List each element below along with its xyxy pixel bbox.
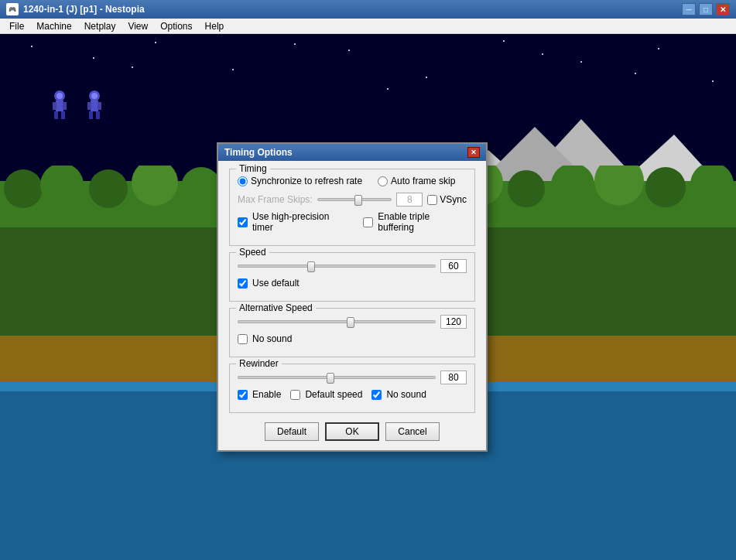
title-controls: ─ □ ✕ [682, 3, 730, 15]
svg-point-19 [645, 167, 686, 207]
maximize-button[interactable]: □ [699, 3, 713, 15]
sync-radio-label: Synchronize to refresh rate [251, 176, 362, 186]
svg-point-9 [181, 167, 221, 207]
rewinder-nosound-label: No sound [386, 389, 426, 400]
svg-rect-34 [96, 111, 100, 119]
default-label: Use default [252, 278, 300, 289]
speed-slider-thumb[interactable] [307, 261, 315, 272]
menu-bar: File Machine Netplay View Options Help [0, 19, 736, 34]
alt-speed-group: Alternative Speed No sound [229, 308, 475, 357]
menu-options[interactable]: Options [154, 19, 198, 33]
svg-rect-26 [54, 111, 58, 119]
speed-slider-track [238, 265, 436, 268]
menu-help[interactable]: Help [199, 19, 231, 33]
rewinder-slider-track [238, 376, 436, 379]
alt-nosound-checkbox[interactable] [238, 334, 248, 344]
menu-machine[interactable]: Machine [30, 19, 77, 33]
triple-buffer-checkbox[interactable] [363, 217, 373, 227]
minimize-button[interactable]: ─ [682, 3, 696, 15]
timing-options-dialog: Timing Options ✕ Timing Synchronize to r… [217, 142, 488, 452]
rewinder-slider-thumb[interactable] [327, 373, 334, 384]
precision-label: Use high-precision timer [252, 211, 351, 233]
speed-group-label: Speed [236, 247, 269, 258]
dialog-titlebar: Timing Options ✕ [218, 144, 486, 161]
svg-point-7 [89, 169, 128, 208]
frameskip-value-input[interactable] [396, 193, 423, 207]
menu-view[interactable]: View [122, 19, 154, 33]
dialog-button-row: Default OK Cancel [229, 422, 475, 441]
svg-point-22 [56, 93, 63, 99]
alt-speed-slider-row [238, 315, 467, 329]
dialog-title: Timing Options [224, 147, 293, 158]
rewinder-checkboxes-row: Enable Default speed No sound [238, 389, 467, 405]
rewinder-value-input[interactable] [440, 370, 467, 384]
alt-nosound-checkbox-item[interactable]: No sound [238, 333, 467, 344]
vsync-label: VSync [440, 194, 467, 205]
frameskip-slider-thumb[interactable] [354, 195, 362, 206]
sync-radio[interactable] [238, 176, 248, 186]
title-bar-left: 🎮 1240-in-1 (J) [p1] - Nestopia [6, 3, 145, 15]
frameskip-row: Max Frame Skips: VSync [238, 193, 467, 207]
rewinder-default-checkbox[interactable] [290, 390, 300, 400]
alt-nosound-label: No sound [252, 333, 292, 344]
alt-speed-slider-track [238, 320, 436, 323]
sync-radio-item[interactable]: Synchronize to refresh rate [238, 176, 362, 186]
auto-radio-item[interactable]: Auto frame skip [378, 176, 455, 186]
svg-rect-25 [63, 102, 67, 110]
default-checkbox[interactable] [238, 278, 248, 289]
title-bar: 🎮 1240-in-1 (J) [p1] - Nestopia ─ □ ✕ [0, 0, 736, 19]
speed-slider-row [238, 259, 467, 273]
default-button[interactable]: Default [265, 422, 319, 441]
auto-radio[interactable] [378, 176, 388, 186]
default-checkbox-item[interactable]: Use default [238, 278, 467, 289]
rewinder-enable-label: Enable [252, 389, 281, 400]
rewinder-default-label: Default speed [305, 389, 362, 400]
dialog-close-button[interactable]: ✕ [467, 147, 480, 158]
rewinder-nosound-checkbox[interactable] [371, 390, 382, 400]
dialog-content: Timing Synchronize to refresh rate Auto … [218, 161, 486, 450]
precision-checkbox[interactable] [238, 217, 248, 227]
auto-radio-label: Auto frame skip [391, 176, 455, 186]
svg-point-29 [91, 93, 98, 99]
player2-sprite [83, 90, 106, 122]
ok-button[interactable]: OK [325, 422, 379, 441]
rewinder-enable-checkbox[interactable] [238, 390, 248, 400]
rewinder-slider-row [238, 370, 467, 384]
speed-value-input[interactable] [440, 259, 467, 273]
vsync-checkbox[interactable] [427, 195, 437, 205]
svg-rect-27 [61, 111, 65, 119]
game-area: Timing Options ✕ Timing Synchronize to r… [0, 34, 736, 560]
svg-rect-31 [87, 102, 91, 110]
timing-group: Timing Synchronize to refresh rate Auto … [229, 169, 475, 246]
vsync-checkbox-item[interactable]: VSync [427, 194, 467, 205]
svg-point-16 [508, 170, 545, 207]
triple-buffer-checkbox-item[interactable]: Enable triple buffering [363, 211, 467, 233]
svg-rect-33 [89, 111, 93, 119]
player1-sprite [48, 90, 71, 122]
alt-speed-group-label: Alternative Speed [236, 302, 316, 313]
alt-speed-value-input[interactable] [440, 315, 467, 329]
svg-point-5 [4, 169, 43, 208]
speed-group: Speed Use default [229, 252, 475, 302]
rewinder-group-label: Rewinder [236, 358, 282, 369]
cancel-button[interactable]: Cancel [385, 422, 440, 441]
svg-rect-23 [56, 101, 63, 111]
frameskip-label: Max Frame Skips: [238, 194, 313, 205]
alt-speed-slider-thumb[interactable] [347, 317, 354, 328]
rewinder-default-checkbox-item[interactable]: Default speed [290, 389, 362, 400]
timing-checkboxes-row: Use high-precision timer Enable triple b… [238, 211, 467, 237]
rewinder-nosound-checkbox-item[interactable]: No sound [371, 389, 426, 400]
precision-checkbox-item[interactable]: Use high-precision timer [238, 211, 351, 233]
svg-rect-24 [53, 102, 56, 110]
timing-group-label: Timing [236, 163, 270, 174]
menu-netplay[interactable]: Netplay [78, 19, 122, 33]
app-icon: 🎮 [6, 3, 19, 15]
menu-file[interactable]: File [3, 19, 30, 33]
window-title: 1240-in-1 (J) [p1] - Nestopia [23, 4, 145, 15]
triple-buffer-label: Enable triple buffering [378, 211, 467, 233]
svg-rect-30 [91, 101, 98, 111]
window-close-button[interactable]: ✕ [716, 3, 730, 15]
frameskip-slider-track [317, 198, 392, 201]
timing-radio-row: Synchronize to refresh rate Auto frame s… [238, 176, 467, 186]
rewinder-enable-checkbox-item[interactable]: Enable [238, 389, 281, 400]
